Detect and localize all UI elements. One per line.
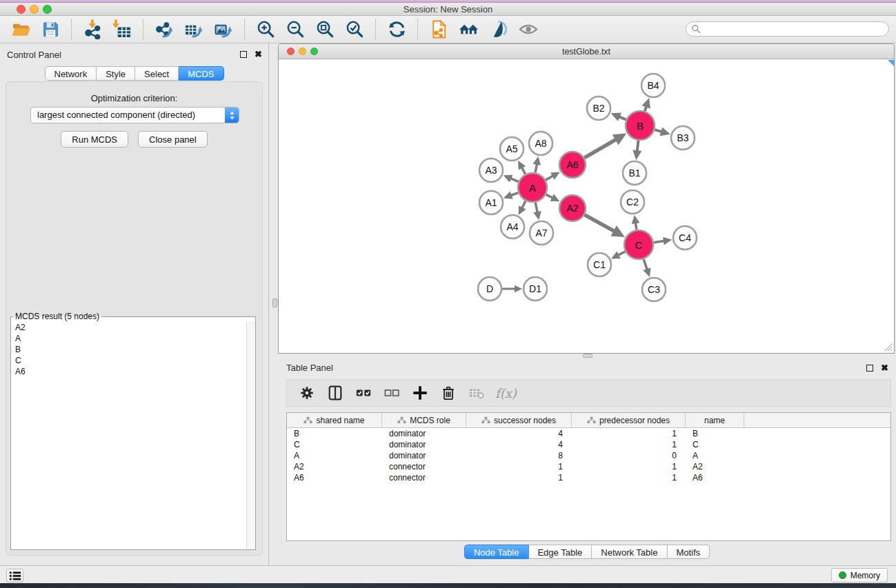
close-window-button[interactable] — [17, 5, 26, 14]
node-C[interactable]: C — [624, 230, 653, 259]
network-canvas[interactable]: AA1A2A3A4A5A6A7A8BB1B2B3B4CC1C2C3C4DD1 — [279, 60, 894, 353]
result-scrollbar[interactable] — [246, 321, 255, 549]
edge-A-A5[interactable] — [518, 161, 526, 174]
table-cell[interactable]: C — [287, 439, 382, 450]
toggle-details-button[interactable] — [516, 18, 539, 41]
delete-row-button[interactable] — [439, 383, 458, 403]
home-button[interactable] — [457, 18, 480, 41]
import-table-button[interactable] — [110, 18, 134, 41]
export-network-button[interactable] — [152, 18, 176, 41]
criterion-select[interactable]: largest connected component (directed) — [30, 107, 239, 123]
vertical-split-handle[interactable] — [272, 298, 277, 307]
tab-select[interactable]: Select — [135, 66, 179, 81]
close-table-panel-button[interactable]: ✖ — [880, 363, 889, 372]
table-cell[interactable]: B — [287, 428, 382, 439]
resize-grip-icon[interactable] — [883, 342, 893, 352]
table-row[interactable]: Cdominator41C — [287, 439, 890, 450]
edge-B-B4[interactable] — [641, 98, 650, 111]
edge-B-B3[interactable] — [655, 127, 670, 136]
import-network-button[interactable] — [81, 18, 104, 41]
node-B3[interactable]: B3 — [671, 126, 695, 150]
mcds-result-item[interactable]: C — [15, 355, 255, 366]
node-A3[interactable]: A3 — [479, 159, 503, 182]
tab-edge-table[interactable]: Edge Table — [528, 545, 592, 559]
mcds-result-item[interactable]: A6 — [15, 366, 255, 377]
node-C4[interactable]: C4 — [673, 226, 697, 250]
node-C2[interactable]: C2 — [621, 190, 644, 214]
table-cell[interactable]: A — [686, 450, 744, 461]
table-cell[interactable]: 8 — [466, 450, 572, 461]
select-all-button[interactable] — [354, 383, 373, 403]
edge-A-A2[interactable] — [546, 194, 560, 201]
node-A7[interactable]: A7 — [530, 221, 553, 245]
deselect-all-button[interactable] — [382, 383, 401, 403]
tab-style[interactable]: Style — [97, 66, 135, 81]
float-table-panel-button[interactable] — [865, 363, 874, 372]
table-cell[interactable]: dominator — [382, 450, 466, 461]
show-columns-button[interactable] — [326, 383, 345, 403]
table-cell[interactable]: A6 — [287, 472, 382, 483]
tab-mcds[interactable]: MCDS — [179, 66, 223, 81]
edge-A6-B[interactable] — [584, 134, 626, 158]
table-cell[interactable]: 1 — [466, 461, 572, 472]
node-D1[interactable]: D1 — [524, 277, 547, 301]
node-A1[interactable]: A1 — [479, 191, 503, 214]
table-cell[interactable]: dominator — [382, 439, 466, 450]
node-A4[interactable]: A4 — [501, 215, 524, 239]
function-builder-button[interactable]: f(x) — [495, 386, 517, 401]
open-session-button[interactable] — [9, 18, 32, 41]
column-header-name[interactable]: name — [686, 413, 744, 427]
network-document-button[interactable] — [427, 18, 450, 41]
window-controls[interactable] — [17, 5, 52, 14]
table-cell[interactable]: A6 — [686, 472, 744, 483]
table-cell[interactable]: A — [287, 450, 382, 461]
zoom-fit-button[interactable] — [313, 18, 337, 41]
table-cell[interactable]: 1 — [572, 461, 686, 472]
minimize-window-button[interactable] — [30, 5, 39, 14]
table-cell[interactable]: connector — [382, 461, 466, 472]
edge-B-B2[interactable] — [611, 113, 626, 121]
table-cell[interactable]: A2 — [686, 461, 744, 472]
edge-A-A3[interactable] — [504, 175, 519, 183]
run-mcds-button[interactable]: Run MCDS — [61, 131, 128, 148]
node-B2[interactable]: B2 — [587, 97, 610, 120]
tab-motifs[interactable]: Motifs — [667, 545, 710, 559]
zoom-in-button[interactable] — [254, 18, 277, 41]
edge-B-B1[interactable] — [633, 141, 641, 160]
node-B1[interactable]: B1 — [623, 161, 646, 185]
close-network-button[interactable] — [287, 48, 295, 55]
table-row[interactable]: A6connector11A6 — [287, 472, 890, 483]
network-window-titlebar[interactable]: testGlobe.txt — [279, 44, 894, 59]
maximize-window-button[interactable] — [43, 5, 52, 14]
app-titlebar[interactable]: Session: New Session — [0, 3, 896, 16]
search-field[interactable] — [686, 21, 889, 37]
mcds-result-item[interactable]: A — [15, 333, 255, 344]
table-cell[interactable]: 0 — [572, 450, 686, 461]
mcds-result-item[interactable]: A2 — [15, 322, 255, 333]
node-A[interactable]: A — [518, 173, 547, 202]
mcds-result-item[interactable]: B — [15, 344, 255, 355]
table-row[interactable]: A2connector11A2 — [287, 461, 890, 472]
node-D[interactable]: D — [478, 277, 501, 301]
tab-network-table[interactable]: Network Table — [592, 545, 667, 559]
search-input[interactable] — [686, 21, 889, 37]
column-header-predecessor-nodes[interactable]: predecessor nodes — [572, 413, 686, 427]
edge-C-C2[interactable] — [632, 215, 640, 230]
node-A8[interactable]: A8 — [529, 132, 552, 155]
export-image-button[interactable] — [212, 18, 235, 41]
edge-A-A1[interactable] — [504, 192, 519, 199]
column-header-successor-nodes[interactable]: successor nodes — [466, 413, 572, 427]
network-window-controls[interactable] — [287, 48, 318, 55]
maximize-network-button[interactable] — [310, 48, 318, 55]
node-C1[interactable]: C1 — [588, 253, 611, 276]
add-row-button[interactable] — [410, 383, 430, 403]
panel-list-button[interactable] — [6, 569, 23, 582]
node-A5[interactable]: A5 — [500, 137, 524, 161]
tab-node-table[interactable]: Node Table — [464, 545, 529, 559]
table-cell[interactable]: 1 — [466, 472, 572, 483]
table-cell[interactable]: A2 — [287, 461, 382, 472]
table-cell[interactable]: 4 — [466, 428, 572, 439]
node-A2[interactable]: A2 — [559, 195, 586, 221]
node-B4[interactable]: B4 — [641, 74, 665, 97]
horizontal-split-handle[interactable] — [583, 354, 593, 358]
